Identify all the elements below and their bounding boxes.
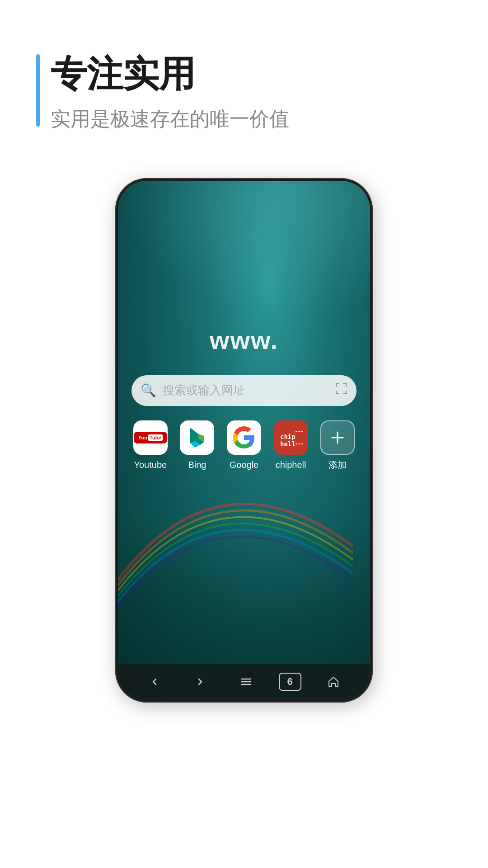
app-item-chiphell[interactable]: chip hell chiphell bbox=[271, 420, 311, 470]
add-icon bbox=[320, 420, 355, 455]
svg-rect-10 bbox=[296, 431, 297, 432]
google-icon bbox=[227, 420, 261, 455]
svg-rect-5 bbox=[336, 391, 337, 394]
yt-tube-text: Tube bbox=[148, 434, 162, 441]
app-item-bing[interactable]: Bing bbox=[177, 420, 217, 470]
svg-rect-1 bbox=[336, 383, 337, 387]
search-placeholder-text: 搜索或输入网址 bbox=[163, 382, 328, 398]
main-title: 专注实用 bbox=[51, 54, 289, 94]
app-item-youtube[interactable]: You Tube Youtube bbox=[130, 420, 171, 470]
nav-tabs-badge[interactable]: 6 bbox=[279, 673, 301, 691]
yt-you-text: You bbox=[138, 435, 147, 440]
chiphell-icon: chip hell bbox=[274, 420, 308, 455]
svg-rect-7 bbox=[346, 391, 347, 394]
scan-icon bbox=[335, 382, 347, 398]
nav-tabs-count: 6 bbox=[287, 676, 292, 688]
search-bar[interactable]: 🔍 搜索或输入网址 bbox=[131, 375, 357, 406]
header-section: 专注实用 实用是极速存在的唯一价值 bbox=[0, 0, 488, 160]
svg-rect-3 bbox=[346, 383, 347, 387]
svg-rect-14 bbox=[298, 443, 300, 444]
youtube-icon: You Tube bbox=[133, 420, 168, 455]
svg-rect-11 bbox=[298, 431, 300, 432]
nav-menu-button[interactable] bbox=[233, 670, 260, 693]
nav-bar: 6 bbox=[118, 664, 370, 700]
ocean-highlight bbox=[118, 181, 370, 316]
ocean-background: www. 🔍 搜索或输入网址 bbox=[118, 181, 370, 700]
search-icon: 🔍 bbox=[141, 383, 156, 398]
phone-wrapper: www. 🔍 搜索或输入网址 bbox=[0, 160, 488, 739]
app-grid: You Tube Youtube bbox=[118, 420, 370, 470]
chiphell-label: chiphell bbox=[276, 459, 306, 470]
svg-text:chip: chip bbox=[280, 433, 296, 440]
nav-back-button[interactable] bbox=[141, 670, 168, 693]
svg-rect-12 bbox=[301, 431, 303, 432]
svg-rect-13 bbox=[296, 443, 297, 444]
phone-device: www. 🔍 搜索或输入网址 bbox=[115, 178, 373, 703]
app-item-google[interactable]: Google bbox=[224, 420, 264, 470]
add-label: 添加 bbox=[328, 459, 347, 470]
svg-text:hell: hell bbox=[280, 440, 296, 448]
sub-title: 实用是极速存在的唯一价值 bbox=[51, 105, 289, 133]
bing-icon bbox=[180, 420, 214, 455]
app-item-add[interactable]: 添加 bbox=[317, 420, 358, 470]
svg-rect-15 bbox=[301, 443, 303, 444]
phone-screen: www. 🔍 搜索或输入网址 bbox=[118, 181, 370, 700]
accent-bar bbox=[36, 54, 40, 127]
www-text: www. bbox=[118, 326, 370, 355]
bing-label: Bing bbox=[188, 459, 206, 470]
nav-forward-button[interactable] bbox=[187, 670, 214, 693]
youtube-label: Youtube bbox=[134, 459, 167, 470]
google-label: Google bbox=[230, 459, 259, 470]
nav-home-button[interactable] bbox=[320, 670, 347, 693]
